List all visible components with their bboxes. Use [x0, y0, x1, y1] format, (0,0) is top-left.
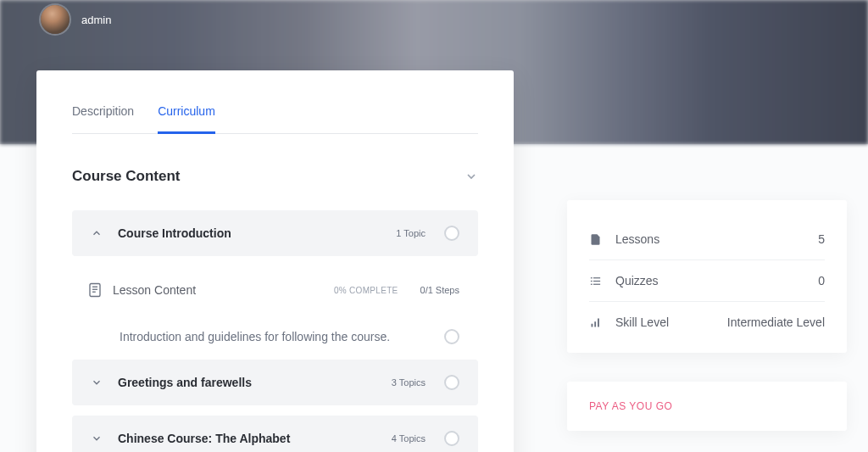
info-value: 5	[818, 232, 825, 246]
tab-curriculum[interactable]: Curriculum	[158, 96, 215, 134]
section-greetings[interactable]: Greetings and farewells 3 Topics	[72, 360, 478, 405]
section-alphabet[interactable]: Chinese Course: The Alphabet 4 Topics	[72, 416, 478, 452]
collapse-all-icon[interactable]	[465, 170, 478, 183]
course-content-title: Course Content	[72, 168, 181, 185]
svg-rect-7	[593, 280, 600, 281]
info-value: 0	[818, 274, 825, 287]
info-value: Intermediate Level	[727, 315, 825, 329]
course-card: Descripition Curriculum Course Content C…	[36, 70, 514, 452]
chevron-down-icon	[91, 432, 103, 444]
section-progress-indicator	[444, 226, 459, 241]
pricing-card: PAY AS YOU GO	[567, 382, 847, 431]
section-title: Course Introduction	[118, 226, 381, 240]
pricing-heading: PAY AS YOU GO	[589, 400, 825, 412]
chevron-up-icon	[91, 227, 103, 239]
bars-icon	[589, 316, 602, 329]
svg-rect-12	[598, 318, 599, 326]
section-meta: 3 Topics	[392, 377, 426, 388]
section-progress-indicator	[444, 375, 459, 390]
lesson-item-text: Introduction and guidelines for followin…	[120, 330, 390, 343]
sidebar: Lessons 5 Quizzes 0 Skill Level Intermed…	[567, 200, 847, 431]
section-title: Chinese Course: The Alphabet	[118, 432, 376, 445]
svg-rect-9	[593, 283, 600, 284]
section-progress-indicator	[444, 431, 459, 446]
author-block: admin	[41, 5, 111, 34]
lesson-steps: 0/1 Steps	[420, 285, 459, 295]
info-label: Lessons	[615, 232, 818, 246]
section-course-introduction[interactable]: Course Introduction 1 Topic	[72, 210, 478, 256]
svg-rect-6	[591, 280, 593, 281]
tab-description[interactable]: Descripition	[72, 96, 134, 134]
lesson-header: Lesson Content 0% COMPLETE 0/1 Steps	[72, 266, 478, 314]
info-label: Quizzes	[615, 274, 818, 287]
svg-rect-0	[90, 284, 100, 297]
svg-rect-8	[591, 283, 593, 284]
info-label: Skill Level	[615, 315, 727, 329]
info-row-skill: Skill Level Intermediate Level	[589, 302, 825, 343]
list-icon	[589, 275, 602, 287]
author-name: admin	[81, 14, 111, 26]
svg-rect-11	[594, 321, 596, 326]
section-meta: 4 Topics	[392, 433, 426, 444]
content-header: Course Content	[72, 168, 478, 185]
svg-rect-10	[592, 323, 593, 326]
lesson-progress-indicator	[444, 329, 459, 344]
lesson-item[interactable]: Introduction and guidelines for followin…	[72, 314, 478, 360]
tabs: Descripition Curriculum	[72, 96, 478, 134]
section-meta: 1 Topic	[396, 228, 426, 238]
info-row-lessons: Lessons 5	[589, 219, 825, 260]
file-icon	[589, 233, 602, 246]
chevron-down-icon	[91, 377, 103, 388]
lesson-content-label: Lesson Content	[113, 283, 324, 297]
document-icon	[87, 282, 103, 299]
info-row-quizzes: Quizzes 0	[589, 260, 825, 302]
section-title: Greetings and farewells	[118, 376, 376, 389]
svg-rect-5	[593, 277, 600, 278]
course-info-card: Lessons 5 Quizzes 0 Skill Level Intermed…	[567, 200, 847, 353]
avatar[interactable]	[41, 5, 70, 34]
svg-rect-4	[591, 277, 593, 278]
lesson-progress: 0% COMPLETE	[334, 286, 398, 295]
